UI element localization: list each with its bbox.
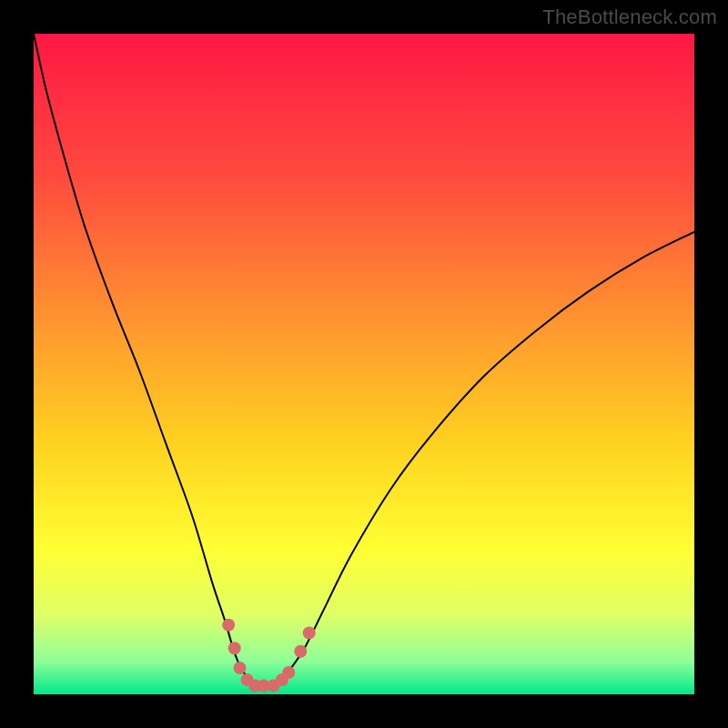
- chart-frame: TheBottleneck.com: [0, 0, 728, 728]
- watermark-text: TheBottleneck.com: [542, 5, 717, 29]
- plot-background: [34, 34, 694, 694]
- highlight-point: [282, 666, 295, 679]
- highlight-point: [234, 662, 247, 674]
- plot-area: [34, 34, 694, 694]
- highlight-point: [303, 626, 316, 639]
- highlight-point: [222, 619, 235, 632]
- highlight-point: [294, 645, 307, 658]
- highlight-point: [228, 642, 241, 654]
- plot-svg: [34, 34, 694, 694]
